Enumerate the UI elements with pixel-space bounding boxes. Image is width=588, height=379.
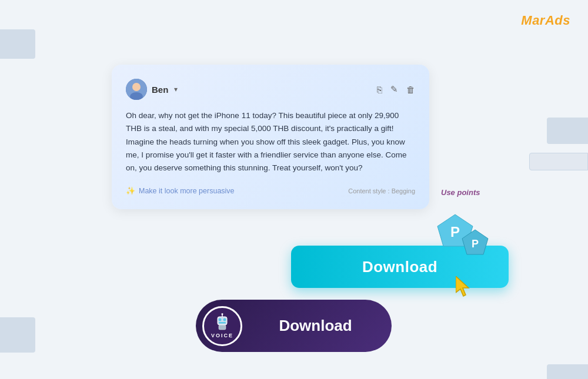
magic-icon: ✨ — [126, 186, 135, 195]
delete-icon[interactable]: 🗑 — [406, 85, 415, 95]
svg-point-10 — [223, 318, 226, 321]
decorative-block-right-mid — [529, 153, 588, 170]
download-cyan-label: Download — [362, 258, 437, 276]
svg-point-1 — [132, 83, 141, 91]
marads-logo: MarAds — [521, 13, 570, 28]
svg-rect-11 — [219, 322, 226, 324]
download-vice-label: Download — [249, 317, 392, 335]
persuasive-link-text: Make it look more persuasive — [139, 187, 235, 195]
copy-icon[interactable]: ⎘ — [377, 85, 382, 95]
svg-marker-3 — [456, 276, 469, 296]
card-body-text: Oh dear, why not get the iPhone 11 today… — [126, 109, 415, 175]
decorative-block-left-bottom — [0, 317, 35, 353]
vice-text-label: VOICE — [211, 333, 233, 338]
user-name: Ben — [152, 85, 168, 95]
decorative-block-right-bottom — [547, 364, 588, 379]
vice-logo-container: VOICE — [196, 300, 249, 352]
card-header: Ben ▾ ⎘ ✎ 🗑 — [126, 79, 415, 100]
svg-point-13 — [222, 313, 223, 315]
svg-text:P: P — [472, 238, 479, 250]
use-points-text: Use points — [441, 188, 480, 197]
content-style-label: Content style : Begging — [348, 187, 415, 194]
user-section: Ben ▾ — [126, 79, 178, 100]
svg-text:P: P — [450, 224, 460, 240]
card-footer: ✨ Make it look more persuasive Content s… — [126, 186, 415, 195]
decorative-block-right-top — [547, 118, 588, 144]
vice-logo: VOICE — [202, 306, 242, 346]
download-vice-button[interactable]: VOICE Download — [196, 300, 392, 352]
decorative-block-left-top — [0, 29, 35, 59]
card-actions: ⎘ ✎ 🗑 — [377, 84, 415, 95]
cursor-pointer — [456, 276, 475, 300]
chevron-down-icon[interactable]: ▾ — [174, 85, 178, 93]
svg-rect-14 — [219, 325, 226, 330]
avatar — [126, 79, 147, 100]
main-card: Ben ▾ ⎘ ✎ 🗑 Oh dear, why not get the iPh… — [112, 65, 429, 209]
svg-rect-8 — [218, 317, 227, 325]
persuasive-link[interactable]: ✨ Make it look more persuasive — [126, 186, 235, 195]
svg-point-9 — [219, 318, 222, 321]
edit-icon[interactable]: ✎ — [390, 84, 398, 95]
